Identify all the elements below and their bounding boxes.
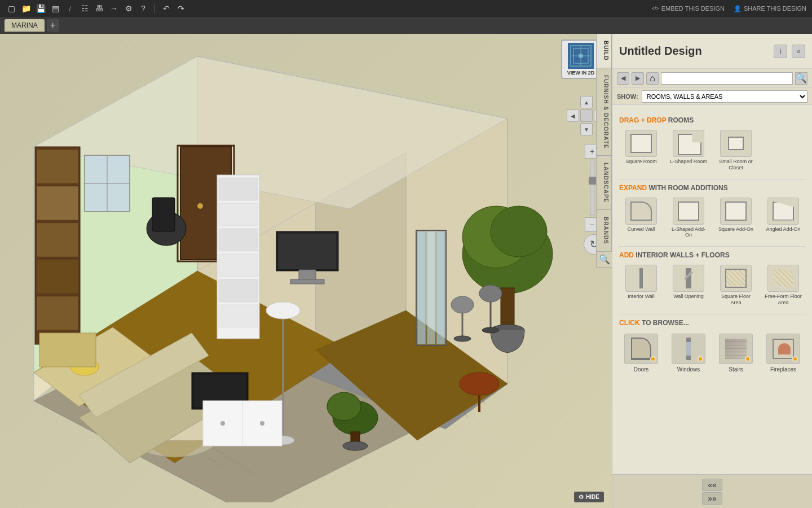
svg-point-60	[451, 296, 474, 313]
show-label: SHOW:	[617, 93, 638, 100]
info-icon[interactable]: i	[64, 3, 76, 14]
freeform-floor-shape	[773, 269, 794, 288]
item-l-shaped-addon[interactable]: L-Shaped Add-On	[667, 195, 710, 241]
doors-icon-wrap	[624, 334, 658, 364]
small-room-shape	[728, 137, 744, 150]
wall-opening-label: Wall Opening	[673, 294, 704, 300]
redo-icon[interactable]: ↷	[175, 3, 187, 14]
nav-up-button[interactable]: ▲	[580, 96, 593, 108]
hide-button[interactable]: ⚙ HIDE	[574, 492, 604, 502]
stairs-icon	[725, 339, 747, 359]
windows-label: Windows	[677, 366, 700, 373]
svg-rect-39	[39, 333, 96, 367]
item-freeform-floor[interactable]: Free-Form Floor Area	[761, 262, 805, 308]
zoom-track[interactable]	[590, 160, 594, 216]
browse-windows[interactable]: Windows	[667, 330, 710, 376]
save-icon[interactable]: 💾	[35, 3, 46, 14]
open-icon[interactable]: 📁	[20, 3, 32, 14]
export-icon[interactable]: →	[108, 3, 120, 14]
nav-center-button[interactable]	[580, 110, 593, 122]
l-shaped-addon-label: L-Shaped Add-On	[669, 226, 708, 239]
nav-down-button[interactable]: ▼	[580, 123, 593, 135]
new-icon[interactable]: ▢	[6, 3, 17, 14]
item-angled-addon[interactable]: Angled Add-On	[761, 195, 805, 241]
browse-grid: Doors Windows Stairs	[619, 330, 805, 376]
browse-keyword: CLICK	[619, 319, 640, 327]
browse-stairs[interactable]: Stairs	[714, 330, 758, 376]
undo-icon[interactable]: ↶	[161, 3, 172, 14]
browse-header: CLICK TO BROWSE...	[619, 319, 805, 327]
search-forward-button[interactable]: ▶	[632, 72, 644, 85]
divider-3	[619, 314, 805, 314]
tab-marina[interactable]: MARINA	[5, 19, 45, 32]
fireplaces-label: Fireplaces	[770, 366, 796, 373]
item-interior-wall[interactable]: Interior Wall	[619, 262, 663, 308]
drag-drop-keyword: DRAG + DROP	[619, 116, 666, 124]
hide-label: HIDE	[586, 494, 599, 500]
square-floor-icon	[720, 265, 752, 292]
panel-info-button[interactable]: i	[774, 45, 787, 58]
sidebar-tab-build[interactable]: BUILD	[597, 34, 611, 68]
print-icon[interactable]: 🖶	[94, 3, 105, 14]
sidebar-search-icon[interactable]: 🔍	[597, 252, 612, 268]
svg-rect-54	[152, 198, 175, 231]
collapse-buttons: «« »»	[612, 474, 812, 508]
view-2d-button[interactable]: VIEW IN 2D	[561, 40, 601, 79]
sidebar-tab-furnish[interactable]: FURNISH & DECORATE	[597, 68, 611, 156]
item-square-addon[interactable]: Square Add-On	[714, 195, 758, 241]
search-back-button[interactable]: ◀	[617, 72, 629, 85]
curved-wall-icon	[625, 198, 657, 225]
sidebar-tab-landscape[interactable]: LANDSCAPE	[597, 156, 611, 210]
svg-rect-52	[290, 279, 324, 284]
svg-point-74	[266, 302, 300, 319]
svg-rect-28	[37, 223, 78, 257]
tab-add-button[interactable]: +	[47, 19, 59, 32]
browse-doors[interactable]: Doors	[619, 330, 663, 376]
panel-collapse-button[interactable]: «	[792, 45, 805, 58]
svg-point-71	[343, 441, 368, 450]
svg-rect-46	[219, 254, 258, 277]
topbar: ▢ 📁 💾 ▤ i ☷ 🖶 → ⚙ ? ↶ ↷ </> EMBED THIS D…	[0, 0, 812, 17]
search-go-button[interactable]: 🔍	[795, 72, 807, 85]
item-curved-wall[interactable]: Curved Wall	[619, 195, 663, 241]
settings-icon[interactable]: ⚙	[123, 3, 134, 14]
zoom-thumb[interactable]	[589, 177, 597, 185]
collapse-up-button[interactable]: ««	[702, 479, 722, 491]
panel-header: Untitled Design i «	[612, 34, 812, 69]
svg-rect-29	[37, 260, 78, 294]
sidebar-tab-brands[interactable]: BRANDS	[597, 210, 611, 252]
sidebar-tabs: BUILD FURNISH & DECORATE LANDSCAPE BRAND…	[596, 34, 612, 268]
search-row: ◀ ▶ ⌂ 🔍	[612, 69, 812, 88]
item-square-floor[interactable]: Square Floor Area	[714, 262, 758, 308]
expand-grid: Curved Wall L-Shaped Add-On Square Add-O…	[619, 195, 805, 241]
drag-drop-header: DRAG + DROP ROOMS	[619, 116, 805, 124]
collapse-down-button[interactable]: »»	[702, 492, 722, 505]
curved-wall-shape	[630, 202, 652, 221]
item-l-shaped-room[interactable]: L-Shaped Room	[667, 128, 710, 173]
svg-point-85	[220, 421, 225, 426]
window-badge	[698, 356, 703, 362]
panel-title: Untitled Design	[619, 45, 769, 58]
nav-left-button[interactable]: ◀	[567, 110, 579, 122]
share-link[interactable]: 👤 SHARE THIS DESIGN	[734, 5, 806, 12]
svg-rect-77	[436, 231, 445, 344]
item-small-room[interactable]: Small Room or Closet	[714, 128, 758, 173]
show-row: SHOW: ROOMS, WALLS & AREASFURNITURELANDS…	[612, 88, 812, 105]
saveas-icon[interactable]: ▤	[50, 3, 61, 14]
embed-link[interactable]: </> EMBED THIS DESIGN	[652, 5, 725, 12]
browse-fireplaces[interactable]: Fireplaces	[761, 330, 805, 376]
wall-opening-icon	[673, 265, 704, 292]
search-home-button[interactable]: ⌂	[646, 72, 659, 85]
item-square-room[interactable]: Square Room	[619, 128, 663, 173]
show-select[interactable]: ROOMS, WALLS & AREASFURNITURELANDSCAPEBR…	[642, 90, 807, 103]
canvas-area[interactable]: VIEW IN 2D ▲ ▼ ◀ ▶ + − ↻ ⚙ HIDE	[0, 34, 612, 508]
item-wall-opening[interactable]: Wall Opening	[667, 262, 710, 308]
l-room-shape	[678, 134, 699, 153]
svg-rect-50	[278, 233, 337, 269]
pages-icon[interactable]: ☷	[79, 3, 90, 14]
windows-icon-wrap	[672, 334, 705, 364]
interior-wall-label: Interior Wall	[628, 294, 655, 300]
help-icon[interactable]: ?	[138, 3, 149, 14]
svg-point-92	[579, 54, 583, 58]
search-input[interactable]	[661, 72, 793, 85]
